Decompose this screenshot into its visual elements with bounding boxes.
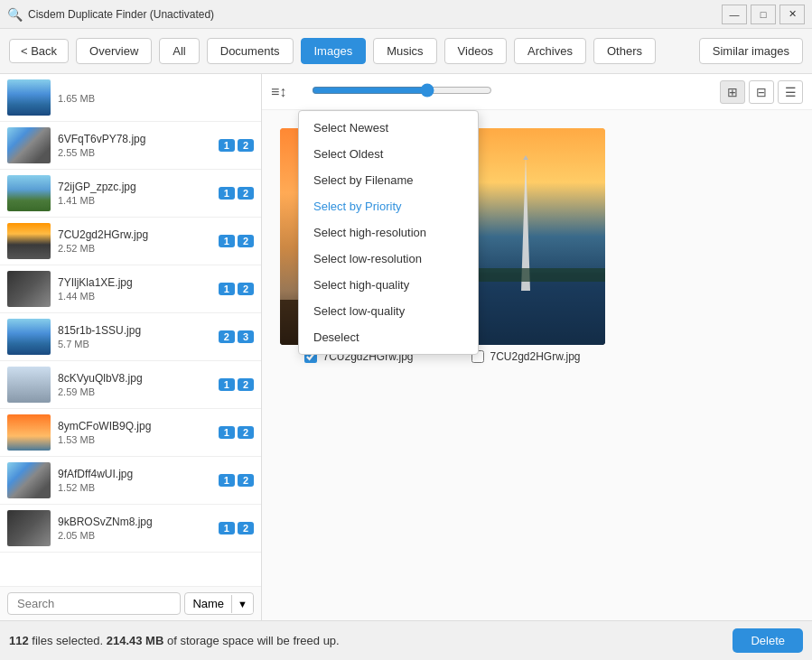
dropdown-item-select-high-resolution[interactable]: Select high-resolution [299,219,478,246]
dropdown-menu: Select Newest Select Oldest Select by Fi… [298,110,479,355]
title-bar: 🔍 Cisdem Duplicate Finder (Unactivated) … [0,0,812,29]
tab-all[interactable]: All [159,38,199,64]
back-button[interactable]: < Back [9,39,69,63]
list-item[interactable]: 6VFqT6vPY78.jpg 2.55 MB 1 2 [0,122,261,170]
dropdown-item-select-low-resolution[interactable]: Select low-resolution [299,246,478,272]
tab-videos[interactable]: Videos [444,38,508,64]
sort-dropdown-button[interactable]: ▼ [231,595,253,613]
sidebar-item-size: 1.65 MB [58,93,254,104]
sidebar-thumbnail [7,175,51,211]
sidebar-thumbnail [7,319,51,355]
sidebar-thumbnail [7,223,51,259]
app-icon: 🔍 [7,7,23,22]
sidebar-item-size: 1.44 MB [58,291,211,302]
image-filename: 7CU2gd2HGrw.jpg [490,350,580,363]
sidebar-badges: 2 3 [219,330,254,343]
list-item[interactable]: 8ymCFoWIB9Q.jpg 1.53 MB 1 2 [0,409,261,457]
sidebar-item-size: 2.55 MB [58,147,211,158]
badge-2: 2 [238,474,254,487]
zoom-slider[interactable] [312,83,492,98]
sidebar: 1.65 MB 6VFqT6vPY78.jpg 2.55 MB 1 2 72ij… [0,74,262,620]
sidebar-badges: 1 2 [219,522,254,535]
list-view-button[interactable]: ☰ [778,80,803,104]
list-item[interactable]: 7CU2gd2HGrw.jpg 2.52 MB 1 2 [0,218,261,265]
grid-view-button[interactable]: ⊞ [720,80,745,104]
dropdown-item-select-by-priority[interactable]: Select by Priority [299,193,478,219]
list-item[interactable]: 9fAfDff4wUI.jpg 1.52 MB 1 2 [0,457,261,505]
badge-1: 1 [219,283,235,295]
similar-images-button[interactable]: Similar images [699,38,803,64]
sidebar-badges: 1 2 [219,139,254,152]
status-suffix: of storage space will be freed up. [167,634,340,647]
sidebar-item-info: 1.65 MB [58,91,254,104]
sidebar-thumbnail [7,462,51,498]
dropdown-item-select-low-quality[interactable]: Select low-quality [299,298,478,324]
sidebar-badges: 1 2 [219,187,254,200]
sidebar-item-info: 9kBROSvZNm8.jpg 2.05 MB [58,516,211,541]
sidebar-item-info: 72ijGP_zpzc.jpg 1.41 MB [58,181,211,206]
sidebar-list: 1.65 MB 6VFqT6vPY78.jpg 2.55 MB 1 2 72ij… [0,74,261,586]
badge-2: 2 [238,378,254,391]
list-item[interactable]: 8cKVyuQlbV8.jpg 2.59 MB 1 2 [0,361,261,409]
delete-button[interactable]: Delete [733,628,803,653]
sidebar-item-info: 815r1b-1SSU.jpg 5.7 MB [58,324,211,349]
list-item[interactable]: 815r1b-1SSU.jpg 5.7 MB 2 3 [0,313,261,361]
sidebar-badges: 1 2 [219,235,254,247]
dropdown-item-select-by-filename[interactable]: Select by Filename [299,167,478,193]
minimize-button[interactable]: — [722,5,747,24]
sidebar-item-info: 6VFqT6vPY78.jpg 2.55 MB [58,133,211,158]
sidebar-item-size: 2.52 MB [58,243,211,254]
status-label: files selected. [32,634,106,647]
tab-images[interactable]: Images [301,38,367,64]
badge-2: 2 [238,139,254,152]
sort-filter-icon[interactable]: ≡↕ [271,84,286,100]
sidebar-item-filename: 7YIljKla1XE.jpg [58,276,211,289]
list-item[interactable]: 1.65 MB [0,74,261,122]
status-size: 214.43 MB [107,634,164,647]
maximize-button[interactable]: □ [751,5,776,24]
sidebar-item-size: 1.53 MB [58,434,211,445]
dropdown-item-select-newest[interactable]: Select Newest [299,115,478,141]
badge-2: 2 [238,187,254,200]
title-bar-controls: — □ ✕ [722,5,805,24]
badge-1: 1 [219,474,235,487]
dropdown-item-select-high-quality[interactable]: Select high-quality [299,272,478,298]
sidebar-item-size: 2.05 MB [58,530,211,541]
view-buttons: ⊞ ⊟ ☰ [720,80,803,104]
app-title: Cisdem Duplicate Finder (Unactivated) [28,8,214,21]
sidebar-item-filename: 8ymCFoWIB9Q.jpg [58,420,211,432]
badge-1: 1 [219,139,235,152]
sidebar-badges: 1 2 [219,474,254,487]
badge-1: 1 [219,187,235,200]
sidebar-item-info: 8cKVyuQlbV8.jpg 2.59 MB [58,372,211,397]
list-item[interactable]: 7YIljKla1XE.jpg 1.44 MB 1 2 [0,265,261,313]
dropdown-item-select-oldest[interactable]: Select Oldest [299,141,478,167]
tab-overview[interactable]: Overview [76,38,152,64]
tab-documents[interactable]: Documents [207,38,294,64]
badge-2: 2 [238,522,254,535]
sidebar-item-size: 2.59 MB [58,386,211,397]
badge-1: 1 [219,378,235,391]
list-item[interactable]: 9kBROSvZNm8.jpg 2.05 MB 1 2 [0,505,261,553]
filmstrip-view-button[interactable]: ⊟ [749,80,774,104]
bottom-bar: 112 files selected. 214.43 MB of storage… [0,620,812,660]
tab-others[interactable]: Others [593,38,656,64]
sidebar-thumbnail [7,414,51,451]
tab-archives[interactable]: Archives [514,38,586,64]
tab-musics[interactable]: Musics [373,38,436,64]
nav-bar: < Back Overview All Documents Images Mus… [0,29,812,74]
sidebar-item-filename: 9kBROSvZNm8.jpg [58,516,211,528]
badge-2: 2 [238,426,254,439]
content-toolbar: ≡↕ ⊞ ⊟ ☰ [262,74,812,110]
search-input[interactable] [7,592,181,615]
sidebar-item-filename: 7CU2gd2HGrw.jpg [58,228,211,241]
dropdown-item-deselect[interactable]: Deselect [299,324,478,350]
sort-label: Name [185,593,231,614]
close-button[interactable]: ✕ [779,5,805,24]
list-item[interactable]: 72ijGP_zpzc.jpg 1.41 MB 1 2 [0,170,261,218]
badge-2: 2 [238,283,254,295]
title-bar-left: 🔍 Cisdem Duplicate Finder (Unactivated) [7,7,214,22]
badge-1: 1 [219,235,235,247]
sidebar-thumbnail [7,510,51,546]
badge-1: 1 [219,426,235,439]
